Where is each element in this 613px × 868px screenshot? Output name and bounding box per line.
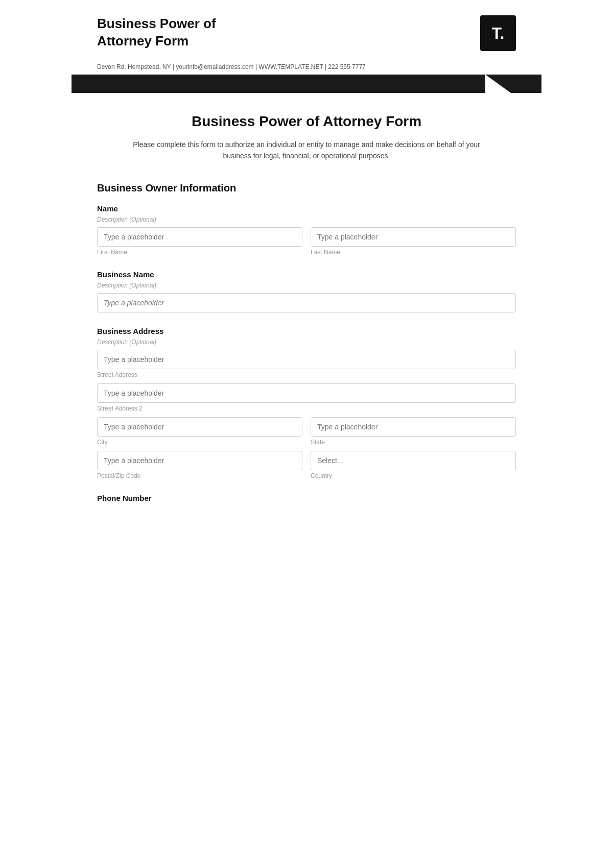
postal-country-row: Postal/Zip Code Country	[97, 451, 516, 479]
city-input[interactable]	[97, 417, 302, 437]
page-header: Business Power of Attorney Form T.	[72, 0, 541, 59]
dark-banner	[72, 75, 541, 93]
section-business-owner-title: Business Owner Information	[97, 182, 516, 194]
last-name-input[interactable]	[311, 227, 516, 247]
main-content: Business Power of Attorney Form Please c…	[72, 93, 541, 542]
state-sublabel: State	[311, 439, 516, 446]
business-name-wrapper	[97, 293, 516, 312]
street2-wrapper	[97, 383, 516, 403]
business-address-field-group: Business Address Description (Optional) …	[97, 327, 516, 479]
postal-col: Postal/Zip Code	[97, 451, 302, 479]
name-label: Name	[97, 204, 516, 213]
postal-input[interactable]	[97, 451, 302, 470]
last-name-wrapper	[311, 227, 516, 247]
business-name-description: Description (Optional)	[97, 282, 516, 289]
state-input[interactable]	[311, 417, 516, 437]
business-name-field-group: Business Name Description (Optional)	[97, 270, 516, 312]
name-field-group: Name Description (Optional) First Name L…	[97, 204, 516, 256]
business-name-label: Business Name	[97, 270, 516, 279]
city-wrapper	[97, 417, 302, 437]
street1-wrapper	[97, 350, 516, 369]
last-name-col: Last Name	[311, 227, 516, 256]
first-name-col: First Name	[97, 227, 302, 256]
phone-label: Phone Number	[97, 494, 516, 502]
business-address-description: Description (Optional)	[97, 339, 516, 346]
street2-input[interactable]	[97, 383, 516, 403]
first-name-wrapper	[97, 227, 302, 247]
first-name-input[interactable]	[97, 227, 302, 247]
phone-field-group: Phone Number	[97, 494, 516, 502]
street2-sublabel: Street Address 2	[97, 405, 516, 412]
business-name-input[interactable]	[97, 293, 516, 312]
form-main-title: Business Power of Attorney Form	[97, 113, 516, 130]
form-description: Please complete this form to authorize a…	[133, 139, 480, 162]
contact-bar: Devon Rd, Hempstead, NY | yourinfo@email…	[72, 59, 541, 75]
country-wrapper	[311, 451, 516, 470]
city-col: City	[97, 417, 302, 446]
last-name-sublabel: Last Name	[311, 249, 516, 256]
country-input[interactable]	[311, 451, 516, 470]
logo: T.	[480, 15, 516, 51]
state-col: State	[311, 417, 516, 446]
name-description: Description (Optional)	[97, 216, 516, 223]
city-sublabel: City	[97, 439, 302, 446]
postal-wrapper	[97, 451, 302, 470]
header-title: Business Power of Attorney Form	[97, 15, 216, 50]
postal-sublabel: Postal/Zip Code	[97, 472, 302, 479]
state-wrapper	[311, 417, 516, 437]
country-col: Country	[311, 451, 516, 479]
street1-input[interactable]	[97, 350, 516, 369]
business-address-label: Business Address	[97, 327, 516, 335]
country-sublabel: Country	[311, 472, 516, 479]
street1-sublabel: Street Address	[97, 371, 516, 378]
name-row: First Name Last Name	[97, 227, 516, 256]
city-state-row: City State	[97, 417, 516, 446]
first-name-sublabel: First Name	[97, 249, 302, 256]
